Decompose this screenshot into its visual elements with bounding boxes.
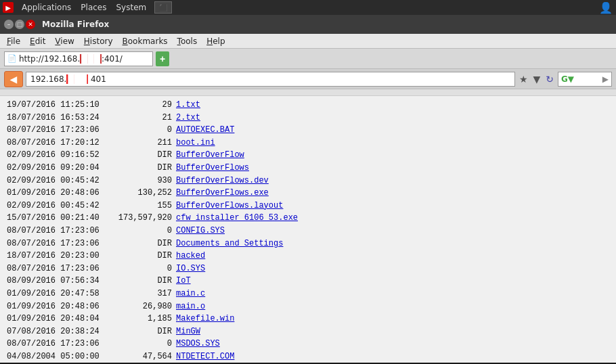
entry-date: 02/09/2016 09:16:52 bbox=[7, 149, 95, 162]
system-logo: ▶ bbox=[3, 2, 14, 13]
entry-link[interactable]: 1.txt bbox=[176, 100, 200, 110]
entry-link[interactable]: IO.SYS bbox=[176, 264, 205, 273]
entry-size: 155 bbox=[95, 200, 176, 212]
terminal-icon[interactable]: ⬛ bbox=[154, 1, 172, 14]
system-menu[interactable]: System bbox=[112, 1, 150, 14]
table-row: 02/09/2016 00:45:42155BufferOverFlows.la… bbox=[7, 200, 609, 212]
entry-date: 08/07/2016 17:23:06 bbox=[7, 263, 95, 275]
entry-date: 18/07/2016 20:23:00 bbox=[7, 250, 95, 263]
close-button[interactable]: ✕ bbox=[26, 20, 35, 29]
table-row: 01/09/2016 20:47:58317main.c bbox=[7, 288, 609, 300]
tools-menu[interactable]: Tools bbox=[173, 35, 202, 47]
table-row: 08/07/2016 17:23:060IO.SYS bbox=[7, 263, 609, 275]
entry-link[interactable]: AUTOEXEC.BAT bbox=[176, 125, 234, 135]
entry-size: DIR bbox=[95, 325, 176, 338]
entry-link[interactable]: BufferOverFlow bbox=[176, 150, 244, 160]
edit-menu[interactable]: Edit bbox=[26, 35, 49, 47]
entry-size: 0 bbox=[95, 263, 176, 275]
entry-size: 130,252 bbox=[95, 187, 176, 200]
bookmarks-menu[interactable]: Bookmarks bbox=[118, 35, 172, 47]
entry-date: 15/07/2016 00:21:40 bbox=[7, 212, 95, 225]
bookmark-star-icon[interactable]: ★ bbox=[518, 72, 529, 86]
entry-size: 1,185 bbox=[95, 313, 176, 325]
entry-date: 02/09/2016 09:20:04 bbox=[7, 162, 95, 175]
back-button[interactable]: ◀ bbox=[4, 71, 23, 87]
table-row: 18/07/2016 16:53:24212.txt bbox=[7, 112, 609, 124]
table-row: 15/07/2016 00:21:40173,597,920cfw_instal… bbox=[7, 212, 609, 225]
entry-link[interactable]: IoT bbox=[176, 276, 191, 286]
entry-date: 08/07/2016 17:20:12 bbox=[7, 137, 95, 150]
entry-size: DIR bbox=[95, 250, 176, 263]
entry-size: DIR bbox=[95, 162, 176, 175]
entry-link[interactable]: cfw_installer_6106_53.exe bbox=[176, 213, 298, 223]
entry-date: 19/07/2016 11:25:10 bbox=[7, 99, 95, 112]
table-row: 02/09/2016 09:16:52DIRBufferOverFlow bbox=[7, 149, 609, 162]
table-row: 01/09/2016 20:48:0626,980main.o bbox=[7, 300, 609, 313]
entry-size: 211 bbox=[95, 137, 176, 150]
entry-size: 47,564 bbox=[95, 350, 176, 363]
table-row: 02/09/2016 00:45:42930BufferOverFlows.de… bbox=[7, 175, 609, 187]
entry-date: 01/09/2016 20:48:06 bbox=[7, 187, 95, 200]
url-input[interactable]: 📄 http://192.168.███:401/ bbox=[4, 51, 153, 66]
dropdown-icon[interactable]: ▼ bbox=[531, 72, 542, 86]
entry-date: 01/09/2016 20:48:04 bbox=[7, 313, 95, 325]
applications-menu[interactable]: Applications bbox=[18, 1, 75, 14]
page-separator bbox=[0, 89, 616, 96]
history-menu[interactable]: History bbox=[80, 35, 117, 47]
window-controls: – □ ✕ bbox=[4, 20, 35, 29]
entry-link[interactable]: NTDETECT.COM bbox=[176, 352, 234, 361]
entry-name: AUTOEXEC.BAT bbox=[176, 124, 234, 137]
entry-link[interactable]: Makefile.win bbox=[176, 314, 234, 323]
entry-date: 01/09/2016 20:47:58 bbox=[7, 288, 95, 300]
entry-name: NTDETECT.COM bbox=[176, 350, 234, 363]
table-row: 08/07/2016 17:23:060AUTOEXEC.BAT bbox=[7, 124, 609, 137]
search-box[interactable]: G▼ ▶ bbox=[558, 72, 612, 87]
entry-link[interactable]: Documents and Settings bbox=[176, 239, 283, 248]
nav-url-text: 192.168.███ 401 bbox=[30, 74, 106, 84]
entry-link[interactable]: main.o bbox=[176, 302, 205, 311]
entry-link[interactable]: boot.ini bbox=[176, 138, 215, 147]
entry-name: BufferOverFlow bbox=[176, 149, 244, 162]
entry-date: 08/07/2016 17:23:06 bbox=[7, 338, 95, 350]
entry-size: 0 bbox=[95, 124, 176, 137]
entry-link[interactable]: MinGW bbox=[176, 327, 200, 336]
entry-link[interactable]: CONFIG.SYS bbox=[176, 226, 225, 235]
entry-date: 08/07/2016 17:23:06 bbox=[7, 124, 95, 137]
address-bar: 📄 http://192.168.███:401/ + bbox=[0, 49, 616, 69]
table-row: 18/07/2016 20:23:00DIRhacked bbox=[7, 250, 609, 263]
entry-size: 317 bbox=[95, 288, 176, 300]
entry-size: DIR bbox=[95, 275, 176, 288]
entry-size: 29 bbox=[95, 99, 176, 112]
location-bar[interactable]: 192.168.███ 401 bbox=[26, 72, 515, 87]
refresh-button[interactable]: ↻ bbox=[544, 72, 555, 86]
entry-size: 26,980 bbox=[95, 300, 176, 313]
entry-link[interactable]: BufferOverFlows.dev bbox=[176, 176, 269, 185]
help-menu[interactable]: Help bbox=[202, 35, 229, 47]
minimize-button[interactable]: – bbox=[4, 20, 14, 29]
entry-name: Documents and Settings bbox=[176, 237, 283, 250]
view-menu[interactable]: View bbox=[51, 35, 78, 47]
entry-name: MSDOS.SYS bbox=[176, 338, 220, 350]
entry-date: 08/07/2016 17:23:06 bbox=[7, 225, 95, 237]
table-row: 04/08/2004 05:00:0047,564NTDETECT.COM bbox=[7, 350, 609, 363]
maximize-button[interactable]: □ bbox=[15, 20, 24, 29]
entry-size: 930 bbox=[95, 175, 176, 187]
entry-link[interactable]: hacked bbox=[176, 251, 205, 260]
add-tab-button[interactable]: + bbox=[156, 51, 169, 66]
entry-link[interactable]: 2.txt bbox=[176, 113, 200, 122]
table-row: 08/07/2016 17:23:06DIRDocuments and Sett… bbox=[7, 237, 609, 250]
entry-link[interactable]: BufferOverFlows.layout bbox=[176, 201, 283, 210]
entry-name: IoT bbox=[176, 275, 191, 288]
file-menu[interactable]: File bbox=[3, 35, 24, 47]
entry-name: 1.txt bbox=[176, 99, 200, 112]
entry-size: DIR bbox=[95, 237, 176, 250]
entry-link[interactable]: BufferOverFlows.exe bbox=[176, 188, 269, 198]
entry-date: 01/09/2016 20:48:06 bbox=[7, 300, 95, 313]
places-menu[interactable]: Places bbox=[76, 1, 110, 14]
search-input[interactable] bbox=[574, 74, 602, 84]
entry-name: CONFIG.SYS bbox=[176, 225, 225, 237]
entry-link[interactable]: BufferOverFlows bbox=[176, 163, 249, 173]
entry-link[interactable]: main.c bbox=[176, 289, 205, 298]
search-go-icon[interactable]: ▶ bbox=[602, 74, 609, 84]
entry-link[interactable]: MSDOS.SYS bbox=[176, 339, 220, 348]
